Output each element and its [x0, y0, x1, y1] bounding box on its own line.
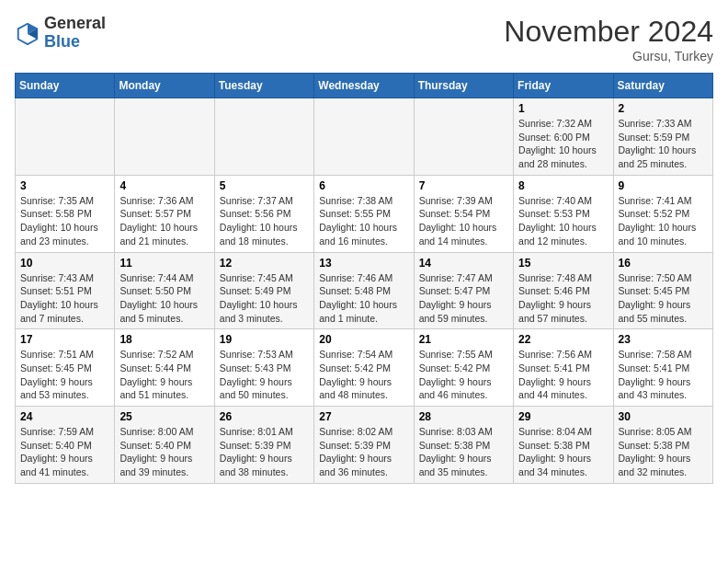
day-info: Sunrise: 7:46 AMSunset: 5:48 PMDaylight:…	[319, 271, 408, 326]
day-number: 23	[619, 333, 708, 346]
day-info: Sunrise: 8:03 AMSunset: 5:38 PMDaylight:…	[419, 425, 508, 479]
calendar-cell: 18Sunrise: 7:52 AMSunset: 5:44 PMDayligh…	[115, 329, 214, 407]
day-number: 16	[619, 257, 708, 270]
calendar-cell: 25Sunrise: 8:00 AMSunset: 5:40 PMDayligh…	[115, 407, 214, 484]
calendar-cell: 23Sunrise: 7:58 AMSunset: 5:41 PMDayligh…	[613, 329, 712, 407]
page-header: General Blue November 2024 Gursu, Turkey	[15, 15, 713, 63]
day-info: Sunrise: 8:04 AMSunset: 5:38 PMDaylight:…	[518, 425, 608, 479]
day-info: Sunrise: 7:54 AMSunset: 5:42 PMDaylight:…	[319, 348, 408, 402]
day-info: Sunrise: 7:35 AMSunset: 5:58 PMDaylight:…	[20, 194, 109, 248]
day-number: 12	[220, 257, 309, 270]
calendar-cell: 24Sunrise: 7:59 AMSunset: 5:40 PMDayligh…	[16, 407, 115, 484]
day-header-friday: Friday	[514, 74, 613, 98]
month-title: November 2024	[504, 15, 713, 49]
day-info: Sunrise: 7:45 AMSunset: 5:49 PMDaylight:…	[220, 271, 309, 326]
calendar-cell: 14Sunrise: 7:47 AMSunset: 5:47 PMDayligh…	[414, 252, 513, 329]
calendar-cell: 2Sunrise: 7:33 AMSunset: 5:59 PMDaylight…	[613, 98, 712, 176]
calendar-cell: 26Sunrise: 8:01 AMSunset: 5:39 PMDayligh…	[214, 407, 313, 484]
calendar-cell	[414, 98, 513, 176]
day-number: 4	[119, 179, 209, 192]
calendar-cell: 15Sunrise: 7:48 AMSunset: 5:46 PMDayligh…	[514, 252, 613, 329]
week-row-3: 10Sunrise: 7:43 AMSunset: 5:51 PMDayligh…	[16, 252, 713, 329]
day-info: Sunrise: 7:52 AMSunset: 5:44 PMDaylight:…	[119, 348, 209, 402]
calendar-cell: 5Sunrise: 7:37 AMSunset: 5:56 PMDaylight…	[214, 175, 313, 252]
week-row-5: 24Sunrise: 7:59 AMSunset: 5:40 PMDayligh…	[16, 407, 713, 484]
day-info: Sunrise: 7:58 AMSunset: 5:41 PMDaylight:…	[619, 348, 708, 402]
logo: General Blue	[15, 15, 106, 52]
calendar-cell: 29Sunrise: 8:04 AMSunset: 5:38 PMDayligh…	[514, 407, 613, 484]
title-block: November 2024 Gursu, Turkey	[504, 15, 713, 63]
day-info: Sunrise: 7:50 AMSunset: 5:45 PMDaylight:…	[619, 271, 708, 326]
day-info: Sunrise: 7:33 AMSunset: 5:59 PMDaylight:…	[619, 117, 708, 171]
day-info: Sunrise: 8:05 AMSunset: 5:38 PMDaylight:…	[619, 425, 708, 479]
week-row-1: 1Sunrise: 7:32 AMSunset: 6:00 PMDaylight…	[16, 98, 713, 176]
calendar-cell: 11Sunrise: 7:44 AMSunset: 5:50 PMDayligh…	[115, 252, 214, 329]
calendar-cell: 10Sunrise: 7:43 AMSunset: 5:51 PMDayligh…	[16, 252, 115, 329]
calendar-cell: 4Sunrise: 7:36 AMSunset: 5:57 PMDaylight…	[115, 175, 214, 252]
day-header-tuesday: Tuesday	[214, 74, 313, 98]
calendar-cell: 1Sunrise: 7:32 AMSunset: 6:00 PMDaylight…	[514, 98, 613, 176]
calendar-cell: 28Sunrise: 8:03 AMSunset: 5:38 PMDayligh…	[414, 407, 513, 484]
day-number: 28	[419, 410, 508, 423]
day-number: 21	[419, 333, 508, 346]
logo-icon	[15, 20, 40, 46]
day-number: 15	[518, 257, 608, 270]
day-info: Sunrise: 8:02 AMSunset: 5:39 PMDaylight:…	[319, 425, 408, 479]
calendar-cell: 30Sunrise: 8:05 AMSunset: 5:38 PMDayligh…	[613, 407, 712, 484]
calendar-cell: 7Sunrise: 7:39 AMSunset: 5:54 PMDaylight…	[414, 175, 513, 252]
day-number: 26	[220, 410, 309, 423]
day-number: 2	[619, 102, 708, 115]
day-info: Sunrise: 7:55 AMSunset: 5:42 PMDaylight:…	[419, 348, 508, 402]
location: Gursu, Turkey	[504, 49, 713, 63]
week-row-4: 17Sunrise: 7:51 AMSunset: 5:45 PMDayligh…	[16, 329, 713, 407]
day-info: Sunrise: 7:37 AMSunset: 5:56 PMDaylight:…	[220, 194, 309, 248]
day-number: 7	[419, 179, 508, 192]
day-number: 6	[319, 179, 408, 192]
day-header-wednesday: Wednesday	[314, 74, 414, 98]
day-info: Sunrise: 7:41 AMSunset: 5:52 PMDaylight:…	[619, 194, 708, 248]
day-number: 13	[319, 257, 408, 270]
calendar-cell: 27Sunrise: 8:02 AMSunset: 5:39 PMDayligh…	[314, 407, 414, 484]
day-info: Sunrise: 7:47 AMSunset: 5:47 PMDaylight:…	[419, 271, 508, 326]
calendar-cell	[214, 98, 313, 176]
calendar-cell: 22Sunrise: 7:56 AMSunset: 5:41 PMDayligh…	[514, 329, 613, 407]
day-number: 22	[518, 333, 608, 346]
day-info: Sunrise: 7:56 AMSunset: 5:41 PMDaylight:…	[518, 348, 608, 402]
day-number: 20	[319, 333, 408, 346]
day-info: Sunrise: 7:48 AMSunset: 5:46 PMDaylight:…	[518, 271, 608, 326]
calendar-cell: 21Sunrise: 7:55 AMSunset: 5:42 PMDayligh…	[414, 329, 513, 407]
day-number: 24	[20, 410, 109, 423]
day-info: Sunrise: 7:59 AMSunset: 5:40 PMDaylight:…	[20, 425, 109, 479]
calendar-cell: 12Sunrise: 7:45 AMSunset: 5:49 PMDayligh…	[214, 252, 313, 329]
calendar-cell: 19Sunrise: 7:53 AMSunset: 5:43 PMDayligh…	[214, 329, 313, 407]
day-header-saturday: Saturday	[613, 74, 712, 98]
logo-general: General	[44, 15, 106, 33]
calendar-cell	[16, 98, 115, 176]
calendar-cell: 16Sunrise: 7:50 AMSunset: 5:45 PMDayligh…	[613, 252, 712, 329]
week-row-2: 3Sunrise: 7:35 AMSunset: 5:58 PMDaylight…	[16, 175, 713, 252]
day-info: Sunrise: 7:38 AMSunset: 5:55 PMDaylight:…	[319, 194, 408, 248]
logo-blue: Blue	[44, 33, 106, 52]
calendar-cell: 6Sunrise: 7:38 AMSunset: 5:55 PMDaylight…	[314, 175, 414, 252]
day-number: 29	[518, 410, 608, 423]
calendar-cell: 17Sunrise: 7:51 AMSunset: 5:45 PMDayligh…	[16, 329, 115, 407]
day-info: Sunrise: 7:32 AMSunset: 6:00 PMDaylight:…	[518, 117, 608, 171]
day-info: Sunrise: 8:00 AMSunset: 5:40 PMDaylight:…	[119, 425, 209, 479]
calendar: SundayMondayTuesdayWednesdayThursdayFrid…	[15, 73, 713, 484]
day-info: Sunrise: 7:40 AMSunset: 5:53 PMDaylight:…	[518, 194, 608, 248]
day-info: Sunrise: 7:39 AMSunset: 5:54 PMDaylight:…	[419, 194, 508, 248]
day-number: 30	[619, 410, 708, 423]
calendar-cell: 20Sunrise: 7:54 AMSunset: 5:42 PMDayligh…	[314, 329, 414, 407]
day-number: 14	[419, 257, 508, 270]
calendar-cell: 9Sunrise: 7:41 AMSunset: 5:52 PMDaylight…	[613, 175, 712, 252]
day-number: 18	[119, 333, 209, 346]
day-number: 17	[20, 333, 109, 346]
day-header-sunday: Sunday	[16, 74, 115, 98]
calendar-header-row: SundayMondayTuesdayWednesdayThursdayFrid…	[16, 74, 713, 98]
day-number: 10	[20, 257, 109, 270]
day-info: Sunrise: 8:01 AMSunset: 5:39 PMDaylight:…	[220, 425, 309, 479]
day-number: 11	[119, 257, 209, 270]
calendar-cell: 8Sunrise: 7:40 AMSunset: 5:53 PMDaylight…	[514, 175, 613, 252]
day-info: Sunrise: 7:43 AMSunset: 5:51 PMDaylight:…	[20, 271, 109, 326]
day-info: Sunrise: 7:53 AMSunset: 5:43 PMDaylight:…	[220, 348, 309, 402]
